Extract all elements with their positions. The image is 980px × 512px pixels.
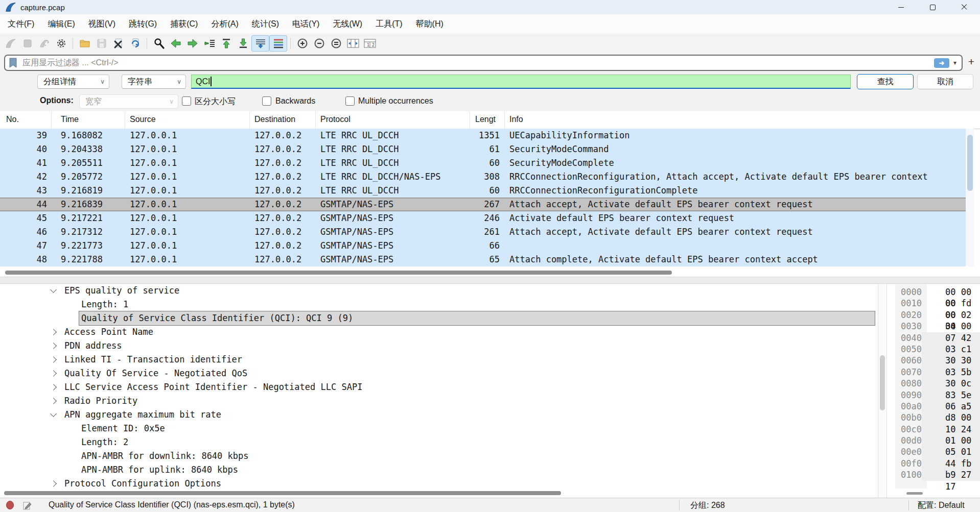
detail-tree-item[interactable]: Length: 2 [0,435,878,449]
expert-info-icon[interactable] [6,501,14,509]
hex-row-0000[interactable]: 000000 00 00 [887,286,980,298]
hex-row-00e0[interactable]: 00e005 01 02 [887,446,980,457]
cancel-button[interactable]: 取消 [917,74,973,89]
menu-item-analyze[interactable]: 分析(A) [204,14,245,34]
menu-item-file[interactable]: 文件(F) [1,14,41,34]
menu-item-edit[interactable]: 编辑(E) [41,14,81,34]
detail-tree-item[interactable]: Length: 1 [0,298,878,311]
display-filter-input[interactable]: 应用显示过滤器 ... <Ctrl-/> ➜ ▾ [4,55,963,71]
hex-row-0050[interactable]: 005003 c1 01 [887,344,980,355]
multiple-occurrences-checkbox[interactable] [345,96,355,106]
detail-tree-item[interactable]: Access Point Name [0,325,878,339]
packet-row-47[interactable]: 479.221773127.0.0.1127.0.0.2GSMTAP/NAS-E… [0,239,966,253]
packet-row-39[interactable]: 399.168082127.0.0.1127.0.0.2LTE RRC UL_D… [0,129,966,142]
resize-columns-button[interactable] [344,36,361,51]
chevron-right-icon[interactable] [50,398,57,404]
zoom-in-button[interactable] [294,36,311,51]
hex-row-0060[interactable]: 006030 30 31 [887,355,980,366]
profile-status[interactable]: 配置: Default [918,500,965,511]
detail-tree-item[interactable]: APN aggregate maximum bit rate [0,408,878,422]
go-back-button[interactable] [167,36,184,51]
detail-tree-item[interactable]: EPS quality of service [0,284,878,298]
go-to-top-button[interactable] [218,36,235,51]
hex-row-00d0[interactable]: 00d001 00 0d [887,435,980,446]
restart-capture-button[interactable] [36,36,53,51]
detail-tree-item[interactable]: Quality Of Service - Negotiated QoS [0,367,878,380]
chevron-down-icon[interactable] [50,410,57,417]
minimize-button[interactable] [885,0,917,14]
auto-scroll-button[interactable] [251,35,269,52]
packet-row-44[interactable]: 449.216839127.0.0.1127.0.0.2GSMTAP/NAS-E… [0,198,966,211]
detail-tree-item[interactable]: Radio Priority [0,394,878,408]
find-button[interactable]: 查找 [857,74,914,89]
packet-row-45[interactable]: 459.217221127.0.0.1127.0.0.2GSMTAP/NAS-E… [0,211,966,225]
scrollbar-thumb[interactable] [906,492,923,495]
menu-item-telephony[interactable]: 电话(Y) [286,14,326,34]
detail-tree-item[interactable]: PDN address [0,339,878,353]
hex-row-0020[interactable]: 002000 02 34 [887,309,980,321]
hex-row-00f0[interactable]: 00f044 fb 00 [887,458,980,469]
case-sensitive-checkbox[interactable] [182,96,191,106]
menu-item-help[interactable]: 帮助(H) [409,14,450,34]
hex-row-0100[interactable]: 0100b9 27 17 [887,469,980,480]
zoom-out-button[interactable] [311,36,328,51]
detail-tree-item[interactable]: APN-AMBR for uplink: 8640 kbps [0,463,878,477]
start-capture-button[interactable] [2,36,19,51]
colorize-button[interactable] [269,35,287,52]
capture-comment-icon[interactable] [22,501,32,510]
search-type-select[interactable]: 字符串 ∨ [122,75,186,89]
packet-row-43[interactable]: 439.216819127.0.0.1127.0.0.2LTE RRC UL_D… [0,184,966,198]
menu-item-view[interactable]: 视图(V) [82,14,122,34]
column-header-destination[interactable]: Destination [250,111,316,129]
chevron-right-icon[interactable] [50,384,57,391]
packet-row-46[interactable]: 469.217312127.0.0.1127.0.0.2GSMTAP/NAS-E… [0,225,966,239]
apply-filter-button[interactable]: ➜ [934,58,949,68]
detail-tree-item[interactable]: LLC Service Access Point Identifier - Ne… [0,380,878,394]
hex-row-00a0[interactable]: 00a006 a5 15 [887,401,980,412]
column-display-button[interactable]: 12 [361,36,378,51]
packet-row-48[interactable]: 489.221788127.0.0.1127.0.0.2GSMTAP/NAS-E… [0,253,966,266]
go-to-bottom-button[interactable] [235,36,251,51]
open-file-button[interactable] [76,36,93,51]
hex-row-00c0[interactable]: 00c010 24 00 [887,424,980,435]
hex-horizontal-scrollbar[interactable] [887,491,980,496]
charset-select[interactable]: 宽窄 ∨ [79,94,178,109]
find-input[interactable]: QCI [191,75,851,89]
close-button[interactable] [948,0,980,14]
hex-row-0010[interactable]: 001000 fd 00 [887,298,980,309]
scrollbar-thumb[interactable] [5,271,672,275]
chevron-right-icon[interactable] [50,480,57,487]
scrollbar-thumb[interactable] [4,491,561,495]
packet-row-41[interactable]: 419.205511127.0.0.1127.0.0.2LTE RRC UL_D… [0,156,966,170]
add-filter-button[interactable]: + [966,55,977,68]
column-header-no[interactable]: No. [0,111,52,129]
chevron-down-icon[interactable] [50,286,57,293]
column-header-protocol[interactable]: Protocol [316,111,470,129]
hex-row-0070[interactable]: 007003 5b 38 [887,367,980,378]
column-header-time[interactable]: Time [52,111,125,129]
column-header-source[interactable]: Source [125,111,250,129]
detail-tree-item[interactable]: Element ID: 0x5e [0,422,878,435]
hex-row-00b0[interactable]: 00b0d8 00 00 [887,412,980,423]
go-forward-button[interactable] [184,36,201,51]
chevron-right-icon[interactable] [50,356,57,363]
menu-item-tools[interactable]: 工具(T) [369,14,409,34]
capture-options-button[interactable] [53,36,69,51]
reload-file-button[interactable] [127,36,144,51]
stop-capture-button[interactable] [19,36,36,51]
details-horizontal-scrollbar[interactable] [0,490,878,497]
hex-row-0040[interactable]: 004007 42 02 [887,332,980,344]
details-vertical-scrollbar[interactable] [878,284,887,498]
detail-tree-item[interactable]: Linked TI - Transaction identifier [0,353,878,367]
restore-button[interactable] [917,0,948,14]
chevron-right-icon[interactable] [50,343,57,349]
menu-item-statistics[interactable]: 统计(S) [245,14,286,34]
hex-row-0090[interactable]: 009083 5e 02 [887,389,980,401]
column-header-info[interactable]: Info [505,111,980,129]
filter-dropdown-chevron-icon[interactable]: ▾ [953,59,956,66]
save-file-button[interactable] [93,36,110,51]
close-capture-button[interactable] [110,36,127,51]
pane-splitter[interactable] [0,277,980,284]
detail-tree-item[interactable]: Quality of Service Class Identifier (QCI… [0,311,878,325]
backwards-checkbox[interactable] [262,96,271,106]
